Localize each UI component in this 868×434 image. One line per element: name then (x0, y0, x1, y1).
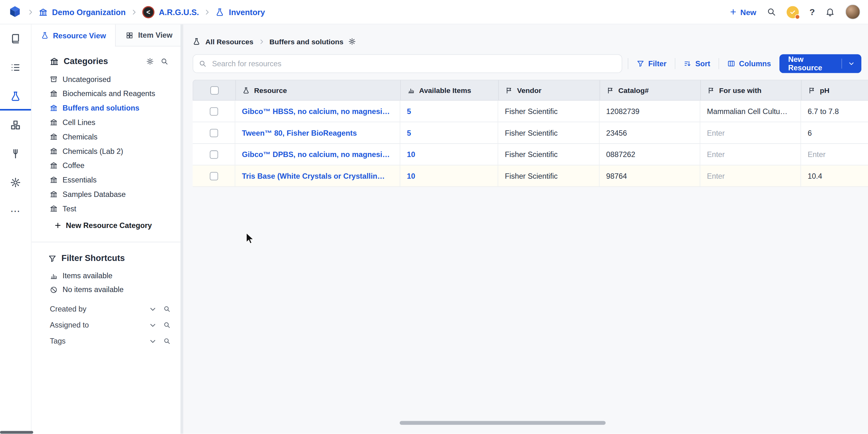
ph-cell[interactable]: 6.7 to 7.8 (800, 101, 868, 122)
vendor-cell[interactable]: Fisher Scientific (498, 166, 599, 187)
available-items-link[interactable]: 10 (400, 144, 498, 165)
catalog-cell[interactable]: 23456 (599, 122, 700, 143)
new-resource-category-button[interactable]: New Resource Category (31, 217, 183, 234)
chevron-down-icon[interactable] (149, 337, 157, 345)
category-item-uncategorised[interactable]: Uncategorised (31, 72, 183, 86)
column-header-catalog[interactable]: Catalog# (600, 80, 701, 100)
search-icon[interactable] (163, 321, 170, 329)
vendor-cell[interactable]: Fisher Scientific (498, 122, 599, 143)
column-label: Catalog# (618, 86, 649, 94)
notifications-bell-icon[interactable] (825, 7, 835, 16)
new-resource-button[interactable]: New Resource (779, 54, 861, 73)
resource-link[interactable]: Tween™ 80, Fisher BioReagents (235, 122, 400, 143)
for-use-with-cell[interactable]: Enter (700, 166, 801, 187)
category-item-chemicals-lab2[interactable]: Chemicals (Lab 2) (31, 144, 183, 158)
columns-button[interactable]: Columns (718, 58, 779, 69)
row-checkbox[interactable] (210, 107, 218, 115)
select-all-checkbox[interactable] (210, 86, 218, 94)
resource-link[interactable]: Gibco™ HBSS, no calcium, no magnesi… (235, 101, 400, 122)
tab-item-view[interactable]: Item View (115, 25, 183, 46)
row-checkbox[interactable] (210, 172, 218, 180)
quick-new-label: New (740, 7, 756, 16)
breadcrumb-section-inventory[interactable]: Inventory (216, 7, 265, 16)
catalog-cell[interactable]: 0887262 (599, 144, 700, 165)
search-input[interactable] (193, 54, 622, 73)
new-resource-dropdown-caret[interactable] (841, 59, 855, 69)
breadcrumb-all-resources[interactable]: All Resources (206, 37, 254, 45)
category-item-samples-database[interactable]: Samples Database (31, 187, 183, 201)
items-available-icon (50, 272, 58, 280)
catalog-cell[interactable]: 98764 (599, 166, 700, 187)
global-search-icon[interactable] (767, 7, 776, 16)
filter-assigned-to[interactable]: Assigned to (31, 317, 183, 333)
column-header-resource[interactable]: Resource (236, 80, 400, 100)
category-item-essentials[interactable]: Essentials (31, 173, 183, 187)
category-item-buffers-and-solutions[interactable]: Buffers and solutions (31, 101, 183, 115)
column-header-ph[interactable]: pH (801, 80, 868, 100)
category-label: Chemicals (Lab 2) (63, 147, 123, 155)
resource-link[interactable]: Tris Base (White Crystals or Crystallin… (235, 166, 400, 187)
shortcut-items-available[interactable]: Items available (31, 269, 183, 282)
user-avatar[interactable] (845, 4, 861, 20)
breadcrumb-workspace[interactable]: < A.R.G.U.S. (142, 6, 199, 18)
catalog-cell[interactable]: 12082739 (599, 101, 700, 122)
tasks-status-badge[interactable] (786, 6, 799, 18)
rail-scrollbar[interactable] (0, 431, 33, 434)
rail-settings-icon[interactable] (0, 168, 31, 197)
row-checkbox[interactable] (210, 150, 218, 158)
rail-equipment-icon[interactable] (0, 139, 31, 168)
chevron-down-icon[interactable] (149, 305, 157, 313)
category-item-test[interactable]: Test (31, 201, 183, 216)
chevron-down-icon[interactable] (149, 321, 157, 329)
available-items-link[interactable]: 5 (400, 122, 498, 143)
breadcrumb-organization[interactable]: Demo Organization (39, 7, 125, 16)
row-checkbox[interactable] (210, 129, 218, 137)
category-list: Uncategorised Biochemicals and Reagents … (31, 72, 183, 216)
column-header-available-items[interactable]: Available Items (400, 80, 498, 100)
filter-tags[interactable]: Tags (31, 333, 183, 349)
quick-new-button[interactable]: New (730, 7, 756, 16)
categories-settings-gear-icon[interactable] (146, 58, 154, 65)
available-items-link[interactable]: 5 (400, 101, 498, 122)
ph-cell[interactable]: Enter (800, 144, 868, 165)
ph-cell[interactable]: 6 (800, 122, 868, 143)
rail-storage-icon[interactable] (0, 110, 31, 139)
tab-resource-view[interactable]: Resource View (31, 25, 115, 46)
app-logo-icon[interactable] (8, 5, 22, 19)
resource-link[interactable]: Gibco™ DPBS, no calcium, no magnesi… (235, 144, 400, 165)
search-icon[interactable] (163, 338, 170, 345)
for-use-with-cell[interactable]: Mammalian Cell Cultu… (700, 101, 801, 122)
column-header-vendor[interactable]: Vendor (498, 80, 599, 100)
category-item-chemicals[interactable]: Chemicals (31, 129, 183, 144)
shortcut-no-items-available[interactable]: No items available (31, 282, 183, 296)
table-row: Tween™ 80, Fisher BioReagents 5 Fisher S… (193, 122, 868, 144)
category-settings-gear-icon[interactable] (348, 38, 356, 45)
sort-button[interactable]: Sort (675, 58, 718, 69)
rail-journal-icon[interactable] (0, 25, 31, 54)
rail-more-icon[interactable]: ⋯ (0, 197, 31, 226)
sidebar-divider (31, 242, 183, 242)
rail-inventory-icon[interactable] (0, 82, 31, 111)
available-items-link[interactable]: 10 (400, 166, 498, 187)
breadcrumb-chevron-icon (204, 8, 211, 15)
category-item-cell-lines[interactable]: Cell Lines (31, 115, 183, 129)
column-header-for-use-with[interactable]: For use with (700, 80, 801, 100)
category-icon (50, 90, 58, 97)
vendor-cell[interactable]: Fisher Scientific (498, 144, 599, 165)
category-item-coffee[interactable]: Coffee (31, 158, 183, 173)
horizontal-scrollbar[interactable] (400, 421, 606, 425)
rail-protocols-icon[interactable] (0, 53, 31, 82)
vendor-cell[interactable]: Fisher Scientific (498, 101, 599, 122)
help-icon[interactable]: ? (810, 7, 815, 17)
search-icon[interactable] (163, 305, 170, 312)
categories-search-icon[interactable] (161, 58, 168, 65)
filter-button[interactable]: Filter (628, 58, 675, 69)
ph-cell[interactable]: 10.4 (800, 166, 868, 187)
for-use-with-cell[interactable]: Enter (700, 144, 801, 165)
category-item-biochemicals[interactable]: Biochemicals and Reagents (31, 86, 183, 101)
breadcrumb-chevron-icon (131, 8, 137, 15)
filter-created-by[interactable]: Created by (31, 301, 183, 317)
shortcut-label: No items available (63, 286, 124, 294)
sidebar-scrollbar[interactable] (180, 25, 183, 434)
for-use-with-cell[interactable]: Enter (700, 122, 801, 143)
